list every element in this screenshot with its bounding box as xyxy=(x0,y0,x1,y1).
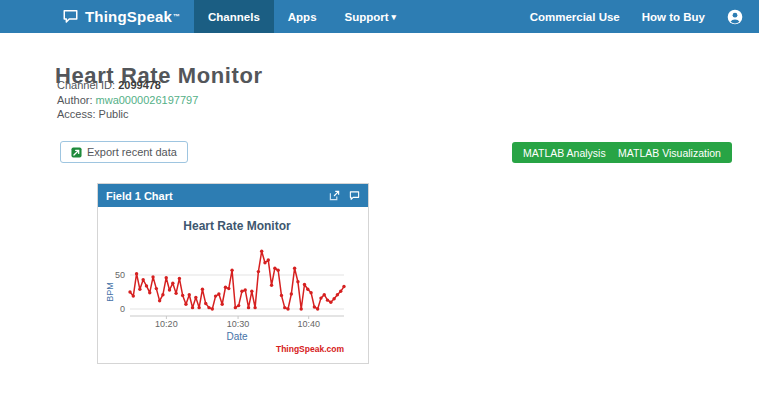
secondary-nav: Commercial Use How to Buy xyxy=(530,0,759,33)
channel-id-value: 2099478 xyxy=(118,79,161,91)
thingspeak-credits-link[interactable]: ThingSpeak.com xyxy=(276,344,344,354)
heart-rate-line-chart: 05010:2010:3010:40Heart Rate MonitorDate… xyxy=(104,212,362,360)
chevron-down-icon: ▾ xyxy=(392,12,397,22)
thingspeak-brand[interactable]: ThingSpeak™ xyxy=(62,0,180,33)
svg-text:10:30: 10:30 xyxy=(227,319,250,329)
svg-text:BPM: BPM xyxy=(105,282,115,302)
brand-trademark: ™ xyxy=(173,13,180,20)
nav-item-commercial-use[interactable]: Commercial Use xyxy=(530,11,620,23)
svg-text:Heart Rate Monitor: Heart Rate Monitor xyxy=(183,219,291,233)
nav-item-label: Apps xyxy=(288,11,317,23)
field1-chart-panel: Field 1 Chart 05010:2010:3010:40Heart Ra… xyxy=(97,183,369,364)
top-navbar: ThingSpeak™ Channels Apps Support ▾ Comm… xyxy=(0,0,759,33)
svg-text:10:40: 10:40 xyxy=(297,319,320,329)
comment-bubble-icon[interactable] xyxy=(349,190,360,201)
export-data-icon xyxy=(71,147,82,158)
access-label: Access: xyxy=(57,108,96,120)
export-button-label: Export recent data xyxy=(87,146,177,158)
nav-item-label: Channels xyxy=(208,11,260,23)
svg-text:0: 0 xyxy=(120,304,125,314)
channel-id-row: Channel ID: 2099478 xyxy=(57,78,198,93)
brand-name: ThingSpeak xyxy=(85,8,172,25)
svg-text:Date: Date xyxy=(226,331,248,342)
thingspeak-logo-icon xyxy=(62,9,79,24)
matlab-visualization-button[interactable]: MATLAB Visualization xyxy=(607,142,732,163)
thingspeak-channel-page: ThingSpeak™ Channels Apps Support ▾ Comm… xyxy=(0,0,759,405)
chart-panel-actions xyxy=(329,190,360,201)
svg-text:10:20: 10:20 xyxy=(155,319,178,329)
channel-id-label: Channel ID: xyxy=(57,79,115,91)
chart-panel-title: Field 1 Chart xyxy=(106,190,173,202)
svg-text:50: 50 xyxy=(115,270,125,280)
nav-item-channels[interactable]: Channels xyxy=(194,0,274,33)
author-label: Author: xyxy=(57,94,92,106)
author-row: Author: mwa0000026197797 xyxy=(57,93,198,108)
matlab-analysis-button[interactable]: MATLAB Analysis xyxy=(512,142,617,163)
nav-item-apps[interactable]: Apps xyxy=(274,0,331,33)
channel-info: Channel ID: 2099478 Author: mwa000002619… xyxy=(57,78,198,122)
author-link[interactable]: mwa0000026197797 xyxy=(96,94,199,106)
expand-chart-icon[interactable] xyxy=(329,190,340,201)
chart-panel-body: 05010:2010:3010:40Heart Rate MonitorDate… xyxy=(98,207,368,364)
nav-item-label: Support xyxy=(345,11,389,23)
nav-item-how-to-buy[interactable]: How to Buy xyxy=(642,11,705,23)
access-value: Public xyxy=(99,108,129,120)
export-recent-data-button[interactable]: Export recent data xyxy=(60,141,188,163)
chart-panel-header: Field 1 Chart xyxy=(98,184,368,207)
account-icon[interactable] xyxy=(727,9,743,25)
primary-nav: Channels Apps Support ▾ xyxy=(194,0,410,33)
access-row: Access: Public xyxy=(57,107,198,122)
nav-item-support[interactable]: Support ▾ xyxy=(331,0,411,33)
